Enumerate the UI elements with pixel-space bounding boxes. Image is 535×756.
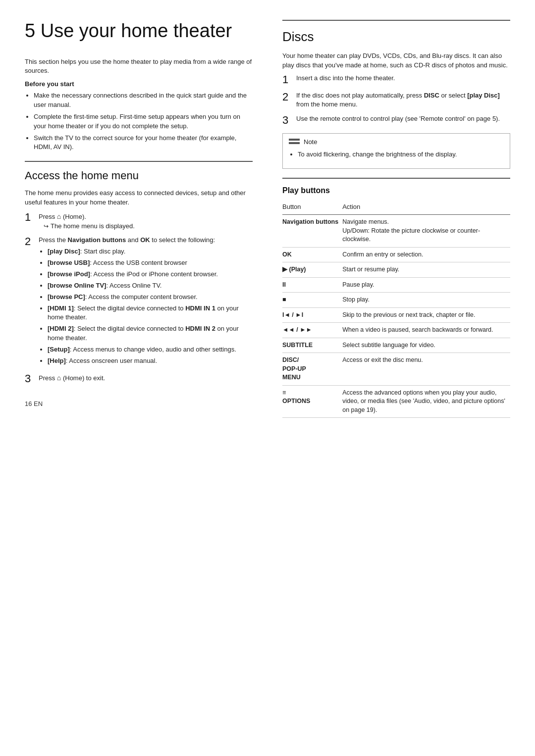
table-header: Button Action (282, 200, 510, 214)
action-pause: Pause play. (342, 277, 510, 293)
list-item: [browse PC]: Access the computer content… (48, 293, 253, 302)
discs-heading: Discs (282, 20, 510, 47)
action-subtitle: Select subtitle language for video. (342, 338, 510, 353)
step-1-sub: The home menu is displayed. (39, 222, 253, 231)
chapter-title-text: Use your home theater (41, 20, 232, 41)
step-3: 3 Press (Home) to exit. (25, 373, 253, 385)
list-item: [Setup]: Access menus to change video, a… (48, 345, 253, 354)
left-column: 5 Use your home theater This section hel… (25, 20, 258, 418)
disc-step-2: 2 If the disc does not play automaticall… (282, 91, 510, 110)
action-ok: Confirm an entry or selection. (342, 247, 510, 262)
list-item: [play Disc]: Start disc play. (48, 247, 253, 256)
footer-page: 16 (25, 400, 32, 407)
table-row: ≡OPTIONS Access the advanced options whe… (282, 385, 510, 418)
chapter-intro: This section helps you use the home thea… (25, 57, 253, 76)
button-table: Button Action Navigation buttons Navigat… (282, 200, 510, 418)
footer-lang-text: EN (34, 400, 43, 407)
step-2-text: Press the Navigation buttons and OK to s… (39, 236, 215, 244)
table-row: OK Confirm an entry or selection. (282, 247, 510, 262)
list-item: [browse iPod]: Access the iPod or iPhone… (48, 270, 253, 279)
list-item: [browse Online TV]: Access Online TV. (48, 281, 253, 291)
access-home-menu-intro: The home menu provides easy access to co… (25, 189, 253, 207)
step-2-content: Press the Navigation buttons and OK to s… (39, 236, 253, 367)
btn-skip: I◄ / ►I (282, 307, 342, 323)
step-2-num: 2 (25, 236, 39, 248)
table-row: Navigation buttons Navigate menus.Up/Dow… (282, 215, 510, 248)
home-icon-2 (57, 374, 61, 382)
discs-intro: Your home theater can play DVDs, VCDs, C… (282, 51, 510, 70)
access-home-menu-heading: Access the home menu (25, 168, 253, 184)
disc-step-2-num: 2 (282, 91, 296, 103)
before-start-list: Make the necessary connections described… (34, 91, 253, 152)
disc-step-3-content: Use the remote control to control play (… (296, 114, 510, 124)
action-skip: Skip to the previous or next track, chap… (342, 307, 510, 323)
list-item: [browse USB]: Access the USB content bro… (48, 258, 253, 268)
btn-play: ▶ (Play) (282, 262, 342, 278)
disc-step-1: 1 Insert a disc into the home theater. (282, 74, 510, 86)
list-item: [HDMI 1]: Select the digital device conn… (48, 304, 253, 323)
btn-disc-menu: DISC/POP-UPMENU (282, 353, 342, 386)
list-item: [HDMI 2]: Select the digital device conn… (48, 324, 253, 343)
list-item: Complete the first-time setup. First-tim… (34, 112, 253, 131)
note-box: Note To avoid flickering, change the bri… (282, 133, 510, 169)
note-icon (289, 139, 300, 147)
play-buttons-section: Play buttons Button Action Navigation bu… (282, 185, 510, 418)
footer: 16 EN (25, 400, 253, 409)
col-action: Action (342, 200, 510, 214)
note-label: Note (304, 138, 317, 147)
btn-ok: OK (282, 247, 342, 262)
action-navigation: Navigate menus.Up/Down: Rotate the pictu… (342, 215, 510, 248)
btn-subtitle: SUBTITLE (282, 338, 342, 353)
step-1-text: Press (Home). (39, 213, 86, 220)
table-row: DISC/POP-UPMENU Access or exit the disc … (282, 353, 510, 386)
access-home-menu-steps: 1 Press (Home). The home menu is display… (25, 211, 253, 385)
btn-navigation: Navigation buttons (282, 215, 342, 248)
btn-stop: ■ (282, 293, 342, 308)
action-play: Start or resume play. (342, 262, 510, 278)
col-button: Button (282, 200, 342, 214)
discs-steps: 1 Insert a disc into the home theater. 2… (282, 74, 510, 126)
before-start-label: Before you start (25, 80, 253, 89)
table-header-row: Button Action (282, 200, 510, 214)
table-row: SUBTITLE Select subtitle language for vi… (282, 338, 510, 353)
disc-step-3: 3 Use the remote control to control play… (282, 114, 510, 126)
list-item: Switch the TV to the correct source for … (34, 134, 253, 152)
disc-step-1-content: Insert a disc into the home theater. (296, 74, 510, 83)
btn-search: ◄◄ / ►► (282, 323, 342, 338)
play-buttons-heading: Play buttons (282, 185, 510, 196)
step-3-content: Press (Home) to exit. (39, 373, 253, 383)
disc-step-3-num: 3 (282, 114, 296, 126)
step-1-num: 1 (25, 211, 39, 223)
disc-step-1-num: 1 (282, 74, 296, 86)
list-item: To avoid flickering, change the brightne… (298, 150, 504, 159)
step-2-bullets: [play Disc]: Start disc play. [browse US… (48, 247, 253, 365)
btn-options: ≡OPTIONS (282, 385, 342, 418)
action-options: Access the advanced options when you pla… (342, 385, 510, 418)
action-search: When a video is paused, search backwards… (342, 323, 510, 338)
step-2: 2 Press the Navigation buttons and OK to… (25, 236, 253, 367)
note-header: Note (289, 138, 504, 147)
table-row: ◄◄ / ►► When a video is paused, search b… (282, 323, 510, 338)
home-icon (57, 213, 61, 220)
list-item: Make the necessary connections described… (34, 91, 253, 110)
table-body: Navigation buttons Navigate menus.Up/Dow… (282, 215, 510, 418)
note-list: To avoid flickering, change the brightne… (298, 150, 504, 159)
step-1-content: Press (Home). The home menu is displayed… (39, 211, 253, 231)
chapter-number: 5 (25, 20, 35, 41)
right-column: Discs Your home theater can play DVDs, V… (277, 20, 510, 418)
step-3-text: Press (Home) to exit. (39, 374, 105, 382)
disc-step-2-content: If the disc does not play automatically,… (296, 91, 510, 110)
list-item: [Help]: Access onscreen user manual. (48, 356, 253, 366)
action-disc-menu: Access or exit the disc menu. (342, 353, 510, 386)
table-row: II Pause play. (282, 277, 510, 293)
table-row: ■ Stop play. (282, 293, 510, 308)
play-buttons-divider (282, 178, 510, 179)
action-stop: Stop play. (342, 293, 510, 308)
page: 5 Use your home theater This section hel… (25, 20, 510, 418)
section-divider (25, 161, 253, 162)
chapter-title: 5 Use your home theater (25, 20, 253, 43)
table-row: I◄ / ►I Skip to the previous or next tra… (282, 307, 510, 323)
table-row: ▶ (Play) Start or resume play. (282, 262, 510, 278)
step-1: 1 Press (Home). The home menu is display… (25, 211, 253, 231)
step-3-num: 3 (25, 373, 39, 385)
